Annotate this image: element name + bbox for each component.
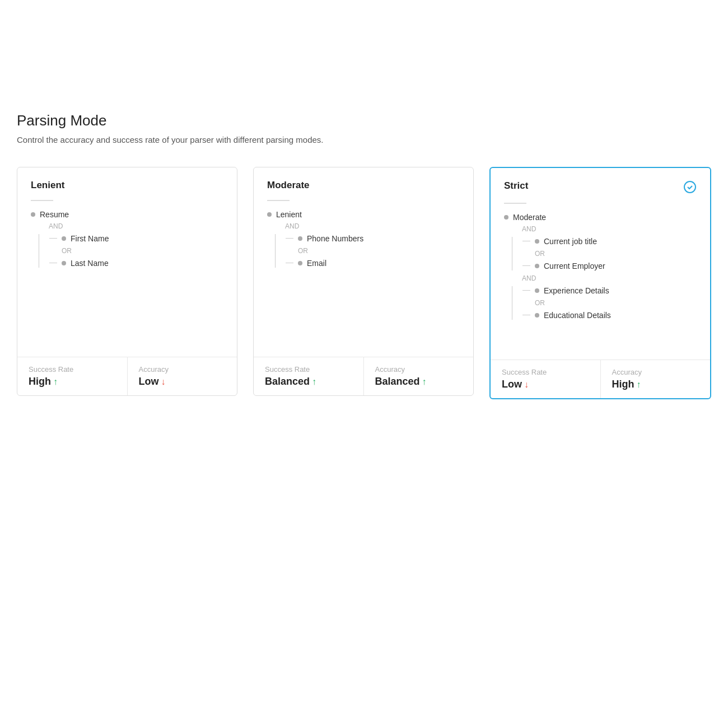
card-moderate-body: Lenient AND Phone Numbers OR Email — [254, 200, 473, 357]
block-strict-1: Current job title OR Current Employer — [512, 237, 697, 270]
tree-row-experience: Experience Details — [522, 286, 697, 295]
cards-row: Lenient Resume AND First Name OR — [17, 167, 711, 399]
logic-and-lenient: AND — [49, 222, 223, 230]
label-education: Educational Details — [544, 311, 611, 320]
footer-accuracy-strict: Accuracy High ↑ — [601, 360, 711, 398]
card-lenient[interactable]: Lenient Resume AND First Name OR — [17, 167, 237, 396]
tree-row-employer: Current Employer — [522, 262, 697, 270]
label-phone: Phone Numbers — [307, 234, 363, 243]
card-strict-divider — [504, 203, 526, 204]
card-strict-footer: Success Rate Low ↓ Accuracy High ↑ — [491, 360, 710, 398]
tree-row-email: Email — [286, 259, 460, 268]
footer-success-label-lenient: Success Rate — [29, 365, 116, 374]
footer-success-strict: Success Rate Low ↓ — [491, 360, 601, 398]
logic-or-strict-1: OR — [535, 250, 697, 258]
card-lenient-footer: Success Rate High ↑ Accuracy Low ↓ — [17, 357, 237, 395]
dot-lastname — [62, 261, 66, 265]
tree-item-resume: Resume — [31, 210, 223, 219]
footer-accuracy-value-lenient: Low ↓ — [139, 376, 226, 388]
logic-or-lenient: OR — [62, 247, 223, 255]
arrow-down-strict-success: ↓ — [524, 380, 529, 390]
footer-success-lenient: Success Rate High ↑ — [17, 357, 128, 395]
card-lenient-tree: Resume AND First Name OR Last Name — [31, 210, 223, 268]
block-moderate: Phone Numbers OR Email — [275, 234, 460, 268]
tree-row-firstname: First Name — [49, 234, 223, 243]
page-container: Parsing Mode Control the accuracy and su… — [0, 0, 728, 433]
tree-item-lenient: Lenient — [267, 210, 460, 219]
card-strict-body: Moderate AND Current job title OR Curren… — [491, 203, 710, 360]
logic-or-moderate: OR — [298, 247, 460, 255]
tree-row-education: Educational Details — [522, 311, 697, 320]
card-strict-header: Strict — [491, 168, 710, 203]
footer-accuracy-value-strict: High ↑ — [612, 379, 699, 390]
footer-accuracy-lenient: Accuracy Low ↓ — [128, 357, 237, 395]
label-experience: Experience Details — [544, 286, 609, 295]
card-moderate-header: Moderate — [254, 167, 473, 200]
footer-accuracy-label-lenient: Accuracy — [139, 365, 226, 374]
footer-accuracy-text-moderate: Balanced — [375, 376, 420, 388]
card-lenient-body: Resume AND First Name OR Last Name — [17, 200, 237, 357]
dot-experience — [535, 288, 539, 293]
card-strict-tree: Moderate AND Current job title OR Curren… — [504, 213, 697, 320]
check-icon-strict — [683, 180, 697, 194]
footer-success-value-lenient: High ↑ — [29, 376, 116, 388]
card-lenient-divider — [31, 200, 53, 201]
block-lenient: First Name OR Last Name — [39, 234, 223, 268]
logic-and-moderate: AND — [285, 222, 460, 230]
label-firstname: First Name — [71, 234, 109, 243]
dot-phone — [298, 236, 302, 241]
footer-success-value-strict: Low ↓ — [502, 379, 589, 390]
tree-row-lastname: Last Name — [49, 259, 223, 268]
footer-success-label-moderate: Success Rate — [265, 365, 352, 374]
footer-accuracy-text-lenient: Low — [139, 376, 159, 388]
dot-email — [298, 261, 302, 265]
arrow-up-moderate-success: ↑ — [312, 377, 316, 387]
page-title: Parsing Mode — [17, 112, 711, 129]
dot-firstname — [62, 236, 66, 241]
tree-row-jobtitle: Current job title — [522, 237, 697, 246]
dot-lenient — [267, 212, 272, 217]
dot-moderate — [504, 215, 508, 220]
arrow-up-strict-accuracy: ↑ — [637, 380, 641, 390]
arrow-down-lenient-accuracy: ↓ — [161, 377, 166, 387]
footer-success-moderate: Success Rate Balanced ↑ — [254, 357, 364, 395]
tree-row-phone: Phone Numbers — [286, 234, 460, 243]
card-moderate-title: Moderate — [267, 180, 310, 191]
dot-education — [535, 313, 539, 318]
footer-accuracy-label-strict: Accuracy — [612, 368, 699, 376]
logic-and-strict-1: AND — [522, 225, 697, 233]
arrow-up-moderate-accuracy: ↑ — [422, 377, 427, 387]
logic-or-strict-2: OR — [535, 299, 697, 307]
tree-item-moderate: Moderate — [504, 213, 697, 222]
label-moderate: Moderate — [513, 213, 546, 222]
label-resume: Resume — [40, 210, 69, 219]
footer-success-text-lenient: High — [29, 376, 51, 388]
footer-accuracy-moderate: Accuracy Balanced ↑ — [364, 357, 474, 395]
label-lastname: Last Name — [71, 259, 109, 268]
label-email: Email — [307, 259, 326, 268]
card-lenient-title: Lenient — [31, 180, 64, 191]
card-moderate-footer: Success Rate Balanced ↑ Accuracy Balance… — [254, 357, 473, 395]
svg-point-0 — [684, 181, 696, 193]
footer-success-label-strict: Success Rate — [502, 368, 589, 376]
footer-accuracy-label-moderate: Accuracy — [375, 365, 463, 374]
label-employer: Current Employer — [544, 262, 605, 270]
footer-accuracy-value-moderate: Balanced ↑ — [375, 376, 463, 388]
card-moderate-divider — [267, 200, 290, 201]
page-subtitle: Control the accuracy and success rate of… — [17, 135, 711, 144]
dot-employer — [535, 264, 539, 268]
arrow-up-lenient-success: ↑ — [53, 377, 58, 387]
block-strict-2: Experience Details OR Educational Detail… — [512, 286, 697, 320]
footer-success-text-moderate: Balanced — [265, 376, 310, 388]
label-jobtitle: Current job title — [544, 237, 597, 246]
card-strict-title: Strict — [504, 180, 528, 192]
card-moderate-tree: Lenient AND Phone Numbers OR Email — [267, 210, 460, 268]
card-moderate[interactable]: Moderate Lenient AND Phone Numbers — [253, 167, 474, 396]
card-strict[interactable]: Strict Moderate AND — [489, 167, 711, 399]
logic-and-strict-2: AND — [522, 274, 697, 282]
footer-accuracy-text-strict: High — [612, 379, 634, 390]
label-lenient: Lenient — [276, 210, 302, 219]
footer-success-text-strict: Low — [502, 379, 522, 390]
footer-success-value-moderate: Balanced ↑ — [265, 376, 352, 388]
card-lenient-header: Lenient — [17, 167, 237, 200]
